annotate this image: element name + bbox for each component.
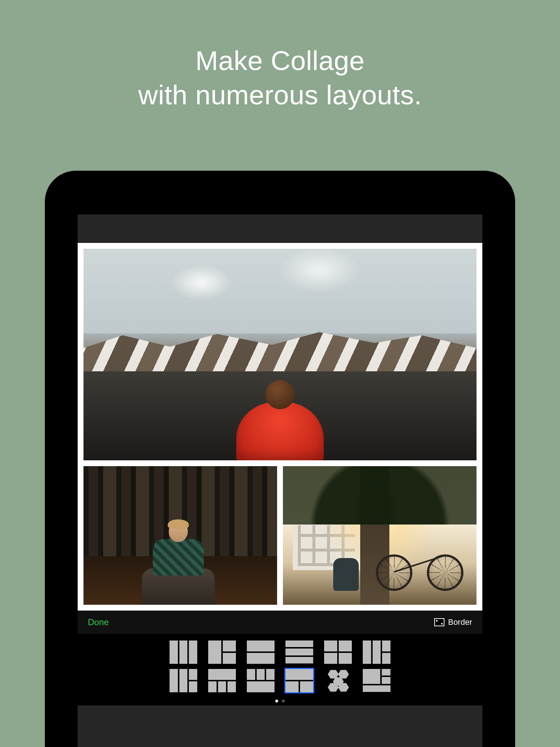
tablet-frame: Done Border [45,171,515,747]
layout-option-selected[interactable] [285,669,313,692]
headline-line1: Make Collage [138,44,422,78]
page-dot [282,700,285,703]
layout-option[interactable] [363,669,390,692]
collage-canvas[interactable] [78,243,482,611]
editor-toolbar: Done Border [78,611,482,634]
page-dot-active [275,700,278,703]
done-button[interactable]: Done [88,617,109,627]
top-spacer [78,214,482,243]
page-indicator [275,697,285,703]
layout-option[interactable] [324,669,352,692]
collage-slot-1[interactable] [83,249,477,460]
layout-option[interactable] [247,669,275,692]
collage-slot-2[interactable] [83,466,277,605]
border-label: Border [448,618,472,627]
layout-option[interactable] [208,640,236,664]
layout-option[interactable] [285,640,313,664]
layout-option[interactable] [247,640,275,664]
layout-option[interactable] [324,640,352,664]
border-button[interactable]: Border [434,618,472,627]
border-icon [434,618,444,626]
headline-line2: with numerous layouts. [138,78,422,112]
promo-headline: Make Collage with numerous layouts. [138,44,422,112]
layout-option[interactable] [208,669,236,692]
layout-picker [78,634,482,705]
collage-slot-3[interactable] [283,466,477,605]
layout-option[interactable] [363,640,390,664]
app-screen: Done Border [78,214,482,747]
layout-option[interactable] [170,640,197,664]
layout-option[interactable] [170,669,197,692]
